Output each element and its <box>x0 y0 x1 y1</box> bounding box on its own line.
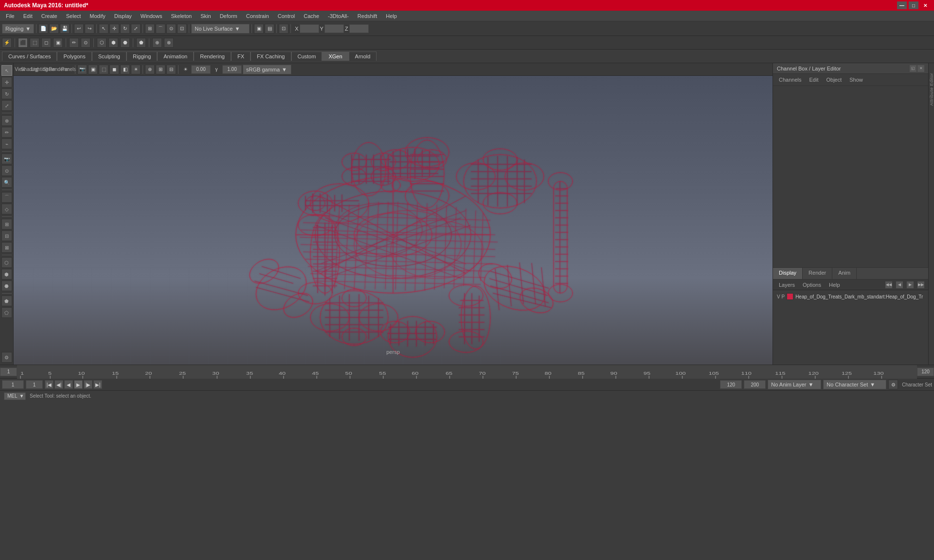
menu-modify[interactable]: Modify <box>86 12 109 20</box>
snap-view-btn[interactable]: ⊡ <box>177 24 187 34</box>
current-frame-input[interactable] <box>26 380 43 389</box>
select-tool-btn[interactable]: ↖ <box>99 24 108 34</box>
tb2-btn1[interactable]: ⚡ <box>2 38 12 48</box>
vp-film-btn[interactable]: ▣ <box>88 65 98 74</box>
end-frame-input[interactable] <box>917 368 934 376</box>
paint-sel-btn[interactable]: ✏ <box>69 38 79 48</box>
redo-btn[interactable]: ↪ <box>85 24 94 34</box>
menu-file[interactable]: File <box>2 12 18 20</box>
tab-curves-surfaces[interactable]: Curves / Surfaces <box>2 52 57 61</box>
tab-polygons[interactable]: Polygons <box>57 52 91 61</box>
vp-hud-btn[interactable]: ⊟ <box>166 65 176 74</box>
vp-light-btn[interactable]: ☀ <box>131 65 141 74</box>
jump-start-btn[interactable]: |◀ <box>45 380 54 389</box>
viewport[interactable]: persp <box>14 76 772 365</box>
menu-skin[interactable]: Skin <box>197 12 215 20</box>
char-set-dropdown[interactable]: No Character Set ▼ <box>823 380 886 389</box>
layer-tab-display[interactable]: Display <box>773 268 803 279</box>
vp-cam-btn[interactable]: 📷 <box>77 65 87 74</box>
vp-grid-btn[interactable]: ⊞ <box>156 65 165 74</box>
joint-tool[interactable]: ⊞ <box>1 219 12 229</box>
menu-3dtoall[interactable]: -3DtoAll- <box>324 12 353 20</box>
menu-help[interactable]: Help <box>382 12 401 20</box>
grab-tool[interactable]: ⬣ <box>1 280 12 291</box>
cb-tab-object[interactable]: Object <box>824 76 844 84</box>
paint-tool[interactable]: ✏ <box>1 127 12 138</box>
step-forward-btn[interactable]: |▶ <box>84 380 92 389</box>
minimize-button[interactable]: — <box>897 1 907 9</box>
misc-tool2[interactable]: ⬠ <box>1 307 12 318</box>
vp-exposure-input[interactable] <box>191 65 211 74</box>
layer-color-swatch[interactable] <box>787 293 793 300</box>
select-tool[interactable]: ↖ <box>1 65 12 76</box>
select-vertex-btn[interactable]: ⬚ <box>30 38 39 48</box>
layers-menu[interactable]: Layers <box>777 281 797 289</box>
menu-create[interactable]: Create <box>37 12 61 20</box>
camera-tool[interactable]: 📷 <box>1 154 12 164</box>
tab-rigging[interactable]: Rigging <box>126 52 157 61</box>
save-scene-btn[interactable]: 💾 <box>60 24 70 34</box>
range-end2-input[interactable] <box>744 380 766 389</box>
show-all-btn[interactable]: ⬡ <box>97 38 107 48</box>
menu-windows[interactable]: Windows <box>137 12 166 20</box>
tab-sculpting[interactable]: Sculpting <box>92 52 126 61</box>
script-type-dropdown[interactable]: MEL ▼ <box>4 392 26 400</box>
invert-vis-btn[interactable]: ⬣ <box>120 38 130 48</box>
vp-gamma-value-input[interactable] <box>222 65 242 74</box>
settings-tool[interactable]: ⚙ <box>1 352 12 363</box>
layer-nav-prev[interactable]: ◀ <box>896 281 903 288</box>
title-bar-controls[interactable]: — □ ✕ <box>897 1 930 9</box>
snap-grid-btn[interactable]: ⊞ <box>145 24 155 34</box>
poly-tool[interactable]: ◇ <box>1 204 12 214</box>
cb-float-icon[interactable]: ◱ <box>910 65 916 72</box>
anim-layer-dropdown[interactable]: No Anim Layer ▼ <box>768 380 821 389</box>
orbit-tool[interactable]: ⊙ <box>1 165 12 176</box>
tab-animation[interactable]: Animation <box>157 52 194 61</box>
move-tool-btn[interactable]: ✛ <box>109 24 119 34</box>
layer-tab-render[interactable]: Render <box>803 268 832 279</box>
scale-tool-btn[interactable]: ⤢ <box>131 24 141 34</box>
misc-tool1[interactable]: ⬟ <box>1 296 12 306</box>
tab-arnold[interactable]: Arnold <box>349 52 377 61</box>
vp-lighting-menu[interactable]: Lighting <box>35 65 44 74</box>
play-back-btn[interactable]: ◀ <box>64 380 73 389</box>
hide-selected-btn[interactable]: ⬢ <box>108 38 118 48</box>
vp-color-space-dropdown[interactable]: sRGB gamma ▼ <box>243 65 291 74</box>
rotate-tool-btn[interactable]: ↻ <box>120 24 130 34</box>
menu-skeleton[interactable]: Skeleton <box>167 12 196 20</box>
open-scene-btn[interactable]: 📂 <box>49 24 59 34</box>
range-start-input[interactable] <box>2 380 24 389</box>
zoom-tool[interactable]: 🔍 <box>1 177 12 188</box>
y-value-input[interactable] <box>324 24 344 33</box>
no-live-surface-dropdown[interactable]: No Live Surface ▼ <box>191 24 250 34</box>
cb-tab-show[interactable]: Show <box>847 76 865 84</box>
menu-edit[interactable]: Edit <box>19 12 36 20</box>
tab-rendering[interactable]: Rendering <box>194 52 231 61</box>
layer-nav-last[interactable]: ▶▶ <box>917 281 924 288</box>
menu-display[interactable]: Display <box>110 12 136 20</box>
maximize-button[interactable]: □ <box>909 1 918 9</box>
select-hierarchy-btn[interactable]: ⬛ <box>18 38 28 48</box>
jump-end-btn[interactable]: ▶| <box>93 380 102 389</box>
render-view-btn[interactable]: ▣ <box>254 24 264 34</box>
cb-close-icon[interactable]: ✕ <box>917 65 924 72</box>
snap-curve-btn[interactable]: ⌒ <box>156 24 165 34</box>
show-manip-tool[interactable]: ⊕ <box>1 115 12 126</box>
lasso-btn[interactable]: ⊙ <box>81 38 90 48</box>
tab-custom[interactable]: Custom <box>291 52 323 61</box>
soft-sel-tool[interactable]: ⌁ <box>1 139 12 149</box>
cb-tab-edit[interactable]: Edit <box>807 76 820 84</box>
menu-constrain[interactable]: Constrain <box>242 12 273 20</box>
move-tool[interactable]: ✛ <box>1 77 12 88</box>
play-forward-btn[interactable]: ▶ <box>74 380 83 389</box>
input-output-btn[interactable]: ⊡ <box>279 24 288 34</box>
vp-solid-btn[interactable]: ◼ <box>109 65 119 74</box>
select-edge-btn[interactable]: ◻ <box>41 38 51 48</box>
tab-fx-caching[interactable]: FX Caching <box>251 52 291 61</box>
vp-texture-btn[interactable]: ◧ <box>120 65 130 74</box>
menu-deform[interactable]: Deform <box>216 12 241 20</box>
skeleton-btn[interactable]: ⊗ <box>164 38 174 48</box>
menu-control[interactable]: Control <box>274 12 299 20</box>
vp-manip-btn[interactable]: ⊕ <box>145 65 155 74</box>
relax-tool[interactable]: ⬢ <box>1 269 12 280</box>
